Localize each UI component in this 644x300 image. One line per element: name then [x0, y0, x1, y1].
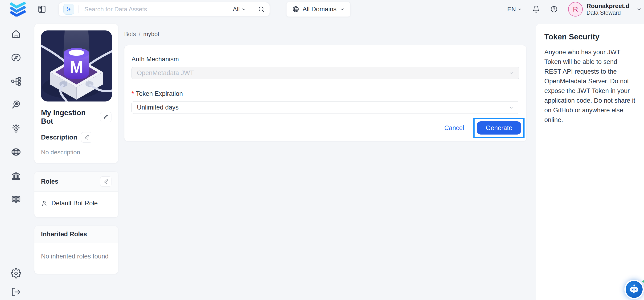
- roles-title: Roles: [41, 178, 58, 185]
- sidebar-toggle-icon[interactable]: [37, 4, 47, 14]
- help-icon[interactable]: [550, 6, 558, 13]
- roles-card: Roles Default Bot Role: [34, 171, 118, 218]
- header-right-group: EN R Rounakpreet.d Data Stewa: [507, 2, 644, 17]
- global-search-bar[interactable]: All: [58, 2, 270, 17]
- sidebar-item-domains[interactable]: [7, 143, 25, 161]
- generate-button-highlight: Generate: [474, 118, 524, 138]
- search-icon[interactable]: [258, 6, 265, 13]
- token-expiration-select[interactable]: Unlimited days: [132, 101, 519, 114]
- lightbulb-icon: [11, 123, 21, 133]
- sidebar-item-settings[interactable]: [7, 265, 25, 281]
- chevron-down-icon: [242, 7, 246, 12]
- token-security-body: Anyone who has your JWT Token will be ab…: [544, 47, 636, 125]
- user-menu-chevron-icon[interactable]: [636, 7, 642, 12]
- user-icon: [41, 200, 48, 207]
- token-security-panel: Token Security Anyone who has your JWT T…: [536, 24, 644, 300]
- edit-roles-button[interactable]: [100, 176, 112, 187]
- token-expiration-label: * Token Expiration: [132, 90, 519, 97]
- breadcrumb-current: mybot: [143, 31, 159, 38]
- inherited-roles-title: Inherited Roles: [41, 231, 87, 238]
- generate-button[interactable]: Generate: [477, 121, 521, 134]
- description-empty-text: No description: [41, 149, 112, 156]
- bot-detail-panel: M My Ingestion Bot Description No descri…: [34, 24, 118, 274]
- gear-icon: [11, 268, 21, 278]
- sidebar-item-observability[interactable]: [7, 96, 25, 114]
- role-name: Default Bot Role: [51, 200, 98, 207]
- bot-name: My Ingestion Bot: [41, 109, 96, 125]
- token-security-title: Token Security: [544, 32, 634, 41]
- sidebar-item-home[interactable]: [7, 25, 25, 43]
- user-role: Data Steward: [586, 10, 630, 16]
- description-label: Description: [41, 133, 77, 141]
- search-input[interactable]: [84, 6, 233, 13]
- sidebar-item-lineage[interactable]: [7, 72, 25, 90]
- sidebar-item-logout[interactable]: [7, 285, 25, 298]
- token-form-card: Auth Mechanism OpenMetadata JWT * Token …: [124, 45, 527, 141]
- top-header: All All Domains EN: [0, 0, 644, 19]
- search-divider: [252, 5, 252, 14]
- sidebar-divider: [5, 261, 27, 261]
- domains-label: All Domains: [302, 6, 336, 13]
- robot-chat-icon: [628, 283, 640, 295]
- language-dropdown[interactable]: EN: [507, 6, 522, 13]
- left-nav-sidebar: [0, 19, 32, 300]
- chat-status-dot: [642, 280, 644, 282]
- chevron-down-icon: [509, 105, 514, 110]
- required-marker: *: [132, 90, 134, 97]
- inherited-roles-card: Inherited Roles No inherited roles found: [34, 226, 118, 274]
- user-menu[interactable]: R Rounakpreet.d Data Steward: [568, 2, 630, 17]
- auth-mechanism-select[interactable]: OpenMetadata JWT: [132, 67, 519, 79]
- ai-sparkle-icon[interactable]: [64, 4, 74, 15]
- search-scope-dropdown[interactable]: All: [233, 6, 246, 13]
- bot-image: M: [41, 31, 112, 101]
- openmetadata-logo-icon: [8, 2, 27, 17]
- cancel-button[interactable]: Cancel: [444, 124, 464, 132]
- bot-profile-card: M My Ingestion Bot Description No descri…: [34, 24, 118, 163]
- sidebar-item-govern[interactable]: [7, 167, 25, 185]
- chevron-down-icon: [340, 7, 344, 12]
- inherited-roles-empty-text: No inherited roles found: [34, 243, 118, 274]
- bank-icon: [11, 171, 21, 181]
- globe-icon: [11, 147, 21, 157]
- sidebar-item-insights[interactable]: [7, 119, 25, 137]
- home-icon: [11, 29, 21, 39]
- notifications-bell-icon[interactable]: [532, 6, 540, 13]
- open-book-icon: [11, 194, 21, 204]
- breadcrumb-separator: /: [139, 31, 140, 38]
- breadcrumb-bots-link[interactable]: Bots: [124, 31, 136, 38]
- avatar: R: [568, 2, 583, 17]
- edit-name-button[interactable]: [100, 112, 112, 122]
- auth-mechanism-value: OpenMetadata JWT: [137, 69, 194, 77]
- search-eye-icon: [11, 100, 21, 110]
- auth-mechanism-label: Auth Mechanism: [132, 56, 519, 63]
- search-scope-label: All: [233, 6, 240, 13]
- chat-assistant-button[interactable]: [624, 280, 644, 299]
- search-divider: [78, 6, 79, 13]
- chevron-down-icon: [509, 71, 514, 76]
- edit-description-button[interactable]: [81, 132, 92, 142]
- main-content: Bots / mybot Auth Mechanism OpenMetadata…: [124, 31, 527, 141]
- chevron-down-icon: [518, 7, 522, 11]
- sidebar-item-explore[interactable]: [7, 49, 25, 67]
- sidebar-item-glossary[interactable]: [7, 190, 25, 208]
- logout-icon: [11, 287, 21, 297]
- compass-icon: [11, 52, 21, 63]
- token-expiration-value: Unlimited days: [137, 104, 178, 111]
- user-name: Rounakpreet.d: [586, 2, 630, 10]
- breadcrumb: Bots / mybot: [124, 31, 527, 38]
- data-flow-icon: [11, 76, 21, 86]
- bot-logo-letter: M: [70, 58, 84, 76]
- role-list-item[interactable]: Default Bot Role: [41, 200, 112, 207]
- domains-dropdown[interactable]: All Domains: [286, 2, 350, 17]
- language-label: EN: [507, 6, 516, 13]
- globe-icon: [292, 6, 299, 13]
- avatar-initial: R: [573, 5, 578, 13]
